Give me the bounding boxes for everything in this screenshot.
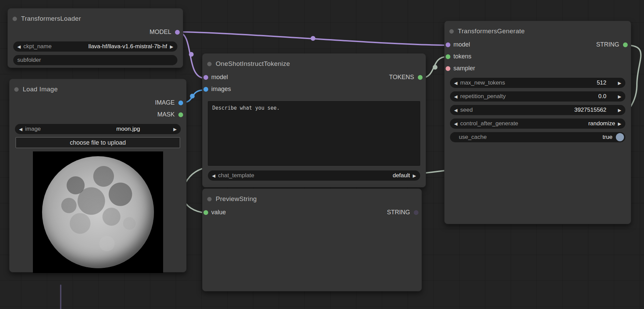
widget-label: seed xyxy=(460,107,473,113)
control-after-generate-combo[interactable]: ◀ control_after_generate randomize ▶ xyxy=(450,119,625,129)
link-midpoint-dot xyxy=(433,65,437,70)
combo-left-arrow-icon[interactable]: ◀ xyxy=(454,122,457,126)
node-one-shot-instruct-tokenize[interactable]: OneShotInstructTokenize model TOKENS ima… xyxy=(202,53,426,187)
node-preview-string[interactable]: PreviewString value STRING xyxy=(202,188,422,291)
port-tokens-output[interactable] xyxy=(418,75,423,80)
ckpt-name-combo[interactable]: ◀ ckpt_name llava-hf/llava-v1.6-mistral-… xyxy=(13,41,177,52)
combo-right-arrow-icon[interactable]: ▶ xyxy=(413,174,416,178)
port-image-output[interactable] xyxy=(178,101,183,105)
port-images-input[interactable] xyxy=(203,87,208,92)
collapse-dot-icon[interactable] xyxy=(207,62,212,66)
link-midpoint-dot xyxy=(189,52,194,57)
repetition-penalty-stepper[interactable]: ◀ repetition_penalty 0.0 ▶ xyxy=(450,91,625,102)
node-title-bar: Load Image xyxy=(9,79,186,97)
input-slot-label: images xyxy=(211,86,231,93)
widget-value: moon.jpg xyxy=(116,126,140,132)
slot-row: model STRING xyxy=(445,39,631,51)
link-midpoint-dot xyxy=(311,36,315,41)
widget-value: true xyxy=(603,134,612,141)
node-title-bar: PreviewString xyxy=(202,189,422,206)
combo-left-arrow-icon[interactable]: ◀ xyxy=(212,174,215,178)
input-slot-label: model xyxy=(211,74,228,81)
port-sampler-input[interactable] xyxy=(446,66,450,71)
output-slot-row: IMAGE xyxy=(9,97,186,109)
max-new-tokens-stepper[interactable]: ◀ max_new_tokens 512 ▶ xyxy=(450,78,625,88)
decrement-arrow-icon[interactable]: ◀ xyxy=(454,108,457,112)
node-title-bar: TransformersLoader xyxy=(8,8,183,26)
output-slot-row: MODEL xyxy=(8,26,183,38)
widget-value: 0.0 xyxy=(598,93,606,100)
subfolder-input[interactable]: subfolder xyxy=(13,55,177,65)
toggle-knob[interactable] xyxy=(616,133,624,141)
increment-arrow-icon[interactable]: ▶ xyxy=(618,108,621,112)
slot-row: sampler xyxy=(445,62,631,74)
combo-left-arrow-icon[interactable]: ◀ xyxy=(19,127,22,131)
port-mask-output[interactable] xyxy=(178,112,183,117)
collapse-dot-icon[interactable] xyxy=(207,197,212,201)
combo-right-arrow-icon[interactable]: ▶ xyxy=(170,44,173,49)
slot-row: images xyxy=(202,83,426,95)
slot-row: value STRING xyxy=(202,206,422,218)
widget-value: randomize xyxy=(588,120,615,127)
node-title: OneShotInstructTokenize xyxy=(216,60,290,68)
combo-right-arrow-icon[interactable]: ▶ xyxy=(173,127,177,131)
collapse-dot-icon[interactable] xyxy=(13,17,17,21)
node-title: TransformersGenerate xyxy=(458,28,525,35)
port-tokens-input[interactable] xyxy=(446,54,450,59)
output-slot-label: MODEL xyxy=(150,29,171,36)
decrement-arrow-icon[interactable]: ◀ xyxy=(454,94,457,99)
widget-label: ckpt_name xyxy=(23,43,52,50)
widget-value: llava-hf/llava-v1.6-mistral-7b-hf xyxy=(89,43,167,50)
input-slot-label: tokens xyxy=(453,53,471,60)
increment-arrow-icon[interactable]: ▶ xyxy=(618,94,621,99)
node-title-bar: TransformersGenerate xyxy=(445,21,631,39)
widget-label: use_cache xyxy=(459,134,487,141)
output-slot-label: STRING xyxy=(387,209,410,216)
collapse-dot-icon[interactable] xyxy=(14,87,19,92)
node-title: PreviewString xyxy=(216,195,257,203)
output-slot-label: MASK xyxy=(157,111,175,118)
use-cache-toggle[interactable]: use_cache true xyxy=(450,132,625,142)
input-slot-label: sampler xyxy=(453,65,475,72)
node-load-image[interactable]: Load Image IMAGE MASK ◀ image moon.jpg ▶… xyxy=(9,79,187,272)
combo-right-arrow-icon[interactable]: ▶ xyxy=(618,122,621,126)
port-value-input[interactable] xyxy=(203,210,208,215)
slot-row: tokens xyxy=(445,51,631,62)
widget-value: 512 xyxy=(597,79,606,86)
widget-label: image xyxy=(25,126,41,132)
choose-file-button[interactable]: choose file to upload xyxy=(16,137,180,148)
node-transformers-loader[interactable]: TransformersLoader MODEL ◀ ckpt_name lla… xyxy=(7,8,183,68)
port-model-input[interactable] xyxy=(203,75,208,80)
widget-value: default xyxy=(393,172,410,179)
node-title: Load Image xyxy=(23,86,58,93)
decrement-arrow-icon[interactable]: ◀ xyxy=(454,81,457,85)
image-preview xyxy=(33,151,163,273)
combo-left-arrow-icon[interactable]: ◀ xyxy=(17,44,21,49)
widget-value: 3927515562 xyxy=(574,107,606,113)
prompt-textarea[interactable]: Describe what you see. xyxy=(208,101,420,166)
increment-arrow-icon[interactable]: ▶ xyxy=(618,81,621,85)
collapse-dot-icon[interactable] xyxy=(449,29,454,34)
link-midpoint-dot xyxy=(190,94,195,98)
port-string-output[interactable] xyxy=(414,210,418,215)
port-model-input[interactable] xyxy=(446,42,450,47)
chat-template-combo[interactable]: ◀ chat_template default ▶ xyxy=(208,170,420,181)
node-transformers-generate[interactable]: TransformersGenerate model STRING tokens… xyxy=(444,21,631,224)
output-slot-label: STRING xyxy=(596,41,619,48)
port-model-output[interactable] xyxy=(175,30,180,35)
widget-label: max_new_tokens xyxy=(460,79,505,86)
widget-label: subfolder xyxy=(17,57,41,63)
node-graph-canvas[interactable]: TransformersLoader MODEL ◀ ckpt_name lla… xyxy=(0,0,644,309)
slot-row: model TOKENS xyxy=(202,71,426,83)
moon-image xyxy=(42,156,154,268)
widget-label: control_after_generate xyxy=(460,120,518,127)
output-slot-label: TOKENS xyxy=(389,74,414,81)
widget-label: chat_template xyxy=(218,172,254,179)
output-slot-label: IMAGE xyxy=(155,99,175,106)
image-file-combo[interactable]: ◀ image moon.jpg ▶ xyxy=(15,124,181,134)
input-slot-label: model xyxy=(453,41,470,48)
port-string-output[interactable] xyxy=(623,42,628,47)
input-slot-label: value xyxy=(211,209,226,216)
widget-label: repetition_penalty xyxy=(460,93,506,100)
seed-stepper[interactable]: ◀ seed 3927515562 ▶ xyxy=(450,105,625,115)
